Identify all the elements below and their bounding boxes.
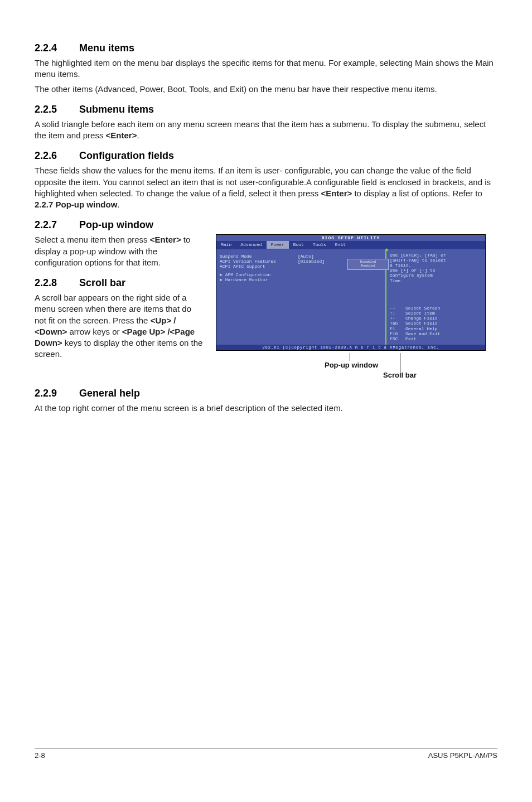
caption-area: Pop-up window Scroll bar [216, 354, 497, 379]
bios-menu-boot: Boot [289, 241, 308, 248]
bios-key-desc: Save and Exit [405, 331, 440, 336]
bios-help-line: a field. [390, 263, 482, 268]
heading-title: Menu items [79, 42, 134, 54]
bios-key-desc: General Help [405, 326, 438, 331]
heading-num: 2.2.9 [35, 388, 79, 399]
bios-field-label: ACPI Version Features [220, 259, 298, 264]
bios-key-desc: Exit [405, 336, 416, 341]
bios-field-label: Suspend Mode [220, 254, 298, 259]
bios-key-desc: Select Screen [405, 306, 440, 311]
bios-field-label: ACPI APIC support [220, 264, 298, 269]
bios-field-value: [Disabled] [298, 259, 325, 264]
heading-general-help: 2.2.9General help [35, 388, 497, 399]
bios-menu-power: Power [267, 241, 289, 248]
heading-num: 2.2.6 [35, 150, 79, 162]
caption-line [350, 353, 350, 361]
heading-num: 2.2.8 [35, 277, 79, 289]
heading-menu-items: 2.2.4Menu items [35, 42, 497, 54]
body-text: A scroll bar appears on the right side o… [35, 292, 205, 360]
bios-field-value: [Auto] [298, 254, 314, 259]
bios-key: F1 [390, 326, 402, 331]
key-name: <Enter> [106, 131, 137, 140]
page-footer: 2-8 ASUS P5KPL-AM/PS [35, 748, 497, 760]
body-text: A solid triangle before each item on any… [35, 119, 497, 142]
bios-help-line: Use [+] or [-] to [390, 268, 482, 273]
heading-title: Scroll bar [79, 277, 125, 288]
body-text: At the top right corner of the menu scre… [35, 403, 497, 414]
text-span: arrow keys or [67, 327, 122, 336]
bios-menu-tools: Tools [308, 241, 331, 248]
bios-menu-advanced: Advanced [236, 241, 266, 248]
heading-num: 2.2.5 [35, 104, 79, 115]
heading-title: Configuration fields [79, 150, 174, 161]
bios-help-keys: ←→Select Screen ↑↓Select Item +-Change F… [390, 306, 482, 341]
bios-key: F10 [390, 331, 402, 336]
text-span: Select a menu item then press [35, 235, 150, 244]
bios-key-desc: Select Item [405, 311, 435, 316]
heading-title: General help [79, 388, 140, 399]
bios-key-desc: Change Field [405, 316, 438, 321]
ref-bold: 2.2.7 Pop-up window [35, 200, 117, 209]
heading-title: Pop-up window [79, 219, 153, 230]
text-span: . [137, 131, 139, 140]
heading-num: 2.2.4 [35, 42, 79, 54]
bios-footer: v02.61 (C)Copyright 1985-2008,A m e r i … [216, 345, 485, 350]
bios-submenu-label: Hardware Monitor [225, 277, 268, 282]
caption-scrollbar: Scroll bar [383, 371, 417, 379]
bios-help-panel: ▲ Use [ENTER], [TAB] or [SHIFT-TAB] to s… [385, 249, 485, 345]
bios-submenu-item: ▶ Hardware Monitor [220, 277, 382, 282]
bios-key: +- [390, 316, 402, 321]
heading-title: Submenu items [79, 104, 154, 115]
heading-popup-window: 2.2.7Pop-up window [35, 219, 497, 231]
bios-key: ESC [390, 336, 402, 341]
triangle-icon: ▲ [385, 247, 388, 253]
text-span: . [117, 200, 119, 209]
bios-help-line: Time. [390, 278, 482, 283]
bios-submenu-item: ▶ APM Configuration [220, 272, 382, 277]
bios-help-line: [SHIFT-TAB] to select [390, 258, 482, 263]
bios-help-line: Use [ENTER], [TAB] or [390, 253, 482, 258]
bios-key: ←→ [390, 306, 402, 311]
body-text: Select a menu item then press <Enter> to… [35, 234, 205, 268]
heading-num: 2.2.7 [35, 219, 79, 231]
bios-key: ↑↓ [390, 311, 402, 316]
footer-product: ASUS P5KPL-AM/PS [428, 751, 497, 760]
text-span: A solid triangle before each item on any… [35, 119, 486, 140]
key-name: <Enter> [150, 235, 181, 244]
bios-menu-bar: Main Advanced Power Boot Tools Exit [216, 241, 485, 248]
caption-popup: Pop-up window [325, 361, 378, 369]
key-name: <Enter> [321, 189, 352, 198]
body-text: These fields show the values for the men… [35, 165, 497, 210]
bios-menu-exit: Exit [331, 241, 350, 248]
heading-scroll-bar: 2.2.8Scroll bar [35, 277, 205, 289]
bios-title: BIOS SETUP UTILITY [216, 235, 485, 241]
bios-screenshot: BIOS SETUP UTILITY Main Advanced Power B… [216, 234, 486, 351]
body-text: The other items (Advanced, Power, Boot, … [35, 84, 497, 95]
body-text: The highlighted item on the menu bar dis… [35, 57, 497, 80]
bios-submenu-label: APM Configuration [225, 272, 271, 277]
heading-config-fields: 2.2.6Configuration fields [35, 150, 497, 162]
bios-key-desc: Select Field [405, 321, 438, 326]
bios-popup: Disabled Enabled [347, 259, 389, 270]
bios-key: Tab [390, 321, 402, 326]
page-number: 2-8 [35, 751, 45, 760]
bios-popup-option: Enabled [349, 264, 387, 268]
heading-submenu-items: 2.2.5Submenu items [35, 104, 497, 115]
caption-line [400, 353, 400, 372]
bios-help-line: configure system [390, 273, 482, 278]
text-span: to display a list of options. Refer to [352, 189, 482, 198]
bios-menu-main: Main [216, 241, 236, 248]
